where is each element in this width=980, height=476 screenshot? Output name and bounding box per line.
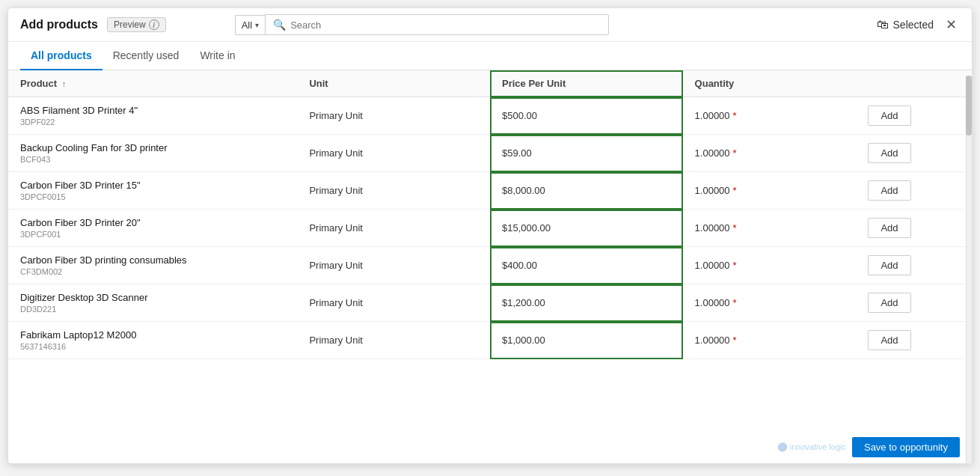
search-input[interactable] [290,19,440,31]
product-cell: Fabrikam Laptop12 M2000 5637146316 [8,322,297,359]
preview-label: Preview [114,19,146,30]
price-cell: $1,000.00 [490,322,683,359]
tab-recently-used[interactable]: Recently used [102,42,190,70]
chevron-down-icon: ▾ [255,21,259,29]
add-product-button[interactable]: Add [868,143,910,163]
product-cell: ABS Filament 3D Printer 4" 3DPF022 [8,97,297,135]
add-product-button[interactable]: Add [868,180,910,201]
product-code: 3DPF022 [20,118,285,126]
product-cell: Digitizer Desktop 3D Scanner DD3D221 [8,284,297,322]
col-header-unit: Unit [297,70,490,97]
price-cell: $400.00 [490,247,683,284]
action-cell: Add [856,97,972,135]
required-indicator: * [733,185,737,196]
preview-badge[interactable]: Preview i [107,17,166,32]
add-products-modal: Add products Preview i All ▾ 🔍 🛍 Selecte… [7,7,973,464]
cart-icon: 🛍 [877,18,889,31]
brand-logo: 🔵 innovative logic [777,442,846,452]
col-header-action [856,70,972,97]
price-cell: $8,000.00 [490,172,683,210]
required-indicator: * [733,110,737,121]
table-header-row: Product ↑ Unit Price Per Unit Quantity [8,70,972,97]
filter-dropdown[interactable]: All ▾ [235,15,265,35]
add-product-button[interactable]: Add [868,293,910,313]
product-name: Fabrikam Laptop12 M2000 [20,329,285,341]
table-row: Backup Cooling Fan for 3D printer BCF043… [8,135,972,172]
product-cell: Carbon Fiber 3D printing consumables CF3… [8,247,297,284]
quantity-cell: 1.00000 * [683,97,857,135]
quantity-value: 1.00000 [695,335,730,346]
quantity-value: 1.00000 [695,297,730,308]
quantity-cell: 1.00000 * [683,135,857,172]
product-cell: Carbon Fiber 3D Printer 20" 3DPCF001 [8,210,297,247]
action-cell: Add [856,172,972,210]
col-header-product[interactable]: Product ↑ [8,70,297,97]
unit-cell: Primary Unit [297,135,490,172]
product-code: BCF043 [20,155,285,164]
required-indicator: * [733,222,737,234]
unit-cell: Primary Unit [297,172,490,210]
table-row: Carbon Fiber 3D printing consumables CF3… [8,247,972,284]
product-code: 3DPCF0015 [20,192,285,201]
quantity-value: 1.00000 [695,185,730,196]
action-cell: Add [856,322,972,359]
product-cell: Carbon Fiber 3D Printer 15" 3DPCF0015 [8,172,297,210]
search-icon: 🔍 [273,19,286,31]
product-code: 3DPCF001 [20,230,285,239]
quantity-cell: 1.00000 * [683,247,857,284]
product-name: Digitizer Desktop 3D Scanner [20,292,285,303]
quantity-cell: 1.00000 * [683,210,857,247]
tab-bar: All products Recently used Write in [8,42,972,70]
filter-label: All [242,19,252,31]
add-product-button[interactable]: Add [868,255,910,275]
unit-cell: Primary Unit [297,210,490,247]
product-cell: Backup Cooling Fan for 3D printer BCF043 [8,135,297,172]
action-cell: Add [856,135,972,172]
unit-cell: Primary Unit [297,284,490,322]
price-cell: $15,000.00 [490,210,683,247]
product-name: Carbon Fiber 3D Printer 20" [20,217,285,228]
save-to-opportunity-button[interactable]: Save to opportunity [852,437,960,457]
quantity-cell: 1.00000 * [683,284,857,322]
info-icon: i [149,19,159,30]
products-table: Product ↑ Unit Price Per Unit Quantity [8,70,972,359]
unit-cell: Primary Unit [297,247,490,284]
required-indicator: * [733,335,737,346]
tab-all-products[interactable]: All products [20,42,102,70]
modal-footer: 🔵 innovative logic Save to opportunity [765,431,972,463]
selected-label: Selected [893,19,934,31]
product-name: Backup Cooling Fan for 3D printer [20,142,285,153]
product-name: Carbon Fiber 3D printing consumables [20,254,285,266]
quantity-cell: 1.00000 * [683,172,857,210]
required-indicator: * [733,147,737,159]
add-product-button[interactable]: Add [868,106,910,126]
add-product-button[interactable]: Add [868,218,910,238]
table-row: ABS Filament 3D Printer 4" 3DPF022 Prima… [8,97,972,135]
price-cell: $500.00 [490,97,683,135]
product-code: CF3DM002 [20,267,285,276]
header-right: 🛍 Selected ✕ [877,15,960,34]
add-product-button[interactable]: Add [868,330,910,350]
tab-write-in[interactable]: Write in [189,42,245,70]
action-cell: Add [856,284,972,322]
sort-arrow-icon: ↑ [62,79,67,88]
search-container: All ▾ 🔍 [235,14,609,35]
scrollbar-thumb[interactable] [966,76,972,135]
close-button[interactable]: ✕ [943,15,960,34]
quantity-value: 1.00000 [695,110,730,121]
modal-header: Add products Preview i All ▾ 🔍 🛍 Selecte… [8,8,972,42]
product-code: 5637146316 [20,342,285,351]
quantity-cell: 1.00000 * [683,322,857,359]
quantity-value: 1.00000 [695,222,730,234]
selected-button[interactable]: 🛍 Selected [877,18,934,31]
search-box: 🔍 [265,14,609,35]
scrollbar-track [966,76,972,463]
col-header-quantity: Quantity [683,70,857,97]
quantity-value: 1.00000 [695,147,730,159]
table-row: Digitizer Desktop 3D Scanner DD3D221 Pri… [8,284,972,322]
action-cell: Add [856,247,972,284]
col-header-price: Price Per Unit [490,70,683,97]
table-row: Carbon Fiber 3D Printer 20" 3DPCF001 Pri… [8,210,972,247]
unit-cell: Primary Unit [297,97,490,135]
table-row: Fabrikam Laptop12 M2000 5637146316 Prima… [8,322,972,359]
